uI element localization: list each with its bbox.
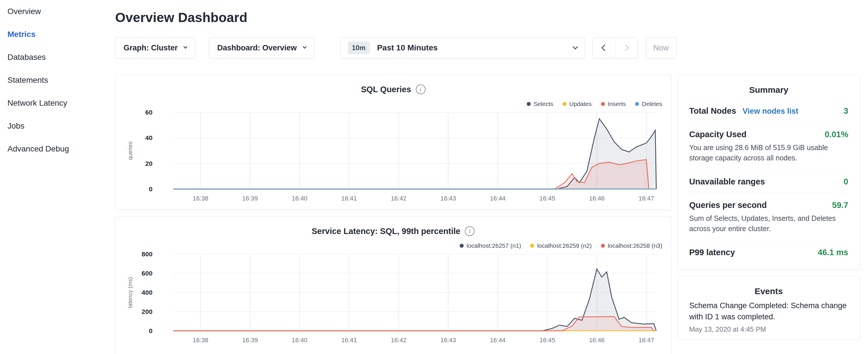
legend-item[interactable]: Selects [527,100,553,107]
info-icon[interactable]: i [465,226,474,236]
legend-item[interactable]: Deletes [635,100,662,107]
graph-selector[interactable]: Graph: Cluster [115,37,195,58]
legend-label: Deletes [642,100,662,107]
dashboard-body: SQL Queries i SelectsUpdatesInsertsDelet… [115,74,860,354]
dashboard-selector-label: Dashboard: Overview [217,43,297,53]
x-tick-label: 16:43 [440,336,456,344]
summary-label: Capacity Used [689,130,746,139]
sql-queries-chart: 020406016:3816:3916:4016:4116:4216:4316:… [124,108,662,203]
toolbar: Graph: Cluster Dashboard: Overview 10m P… [115,37,860,58]
time-window-selector[interactable]: 10m Past 10 Minutes [340,37,585,58]
time-step-buttons [592,37,638,58]
legend-dot-icon [601,244,605,248]
time-window-label: Past 10 Minutes [377,43,438,53]
legend-dot-icon [635,102,639,106]
x-tick-label: 16:43 [440,195,456,202]
summary-row-queries-per-second: Queries per second 59.7 Sum of Selects, … [689,193,848,240]
y-tick-label: 800 [142,250,152,258]
x-tick-label: 16:41 [341,336,357,344]
right-column: Summary Total Nodes View nodes list 3 Ca… [677,74,860,340]
dashboard-selector[interactable]: Dashboard: Overview [209,37,314,58]
y-axis-label: latency (ms) [127,277,133,308]
time-prev-button[interactable] [593,37,615,58]
now-button[interactable]: Now [646,37,677,58]
summary-row-total-nodes: Total Nodes View nodes list 3 [689,99,848,122]
info-icon[interactable]: i [416,85,426,94]
summary-description: You are using 28.6 MiB of 515.9 GiB usab… [689,142,848,163]
y-tick-label: 0 [149,185,152,193]
sidebar-item-metrics[interactable]: Metrics [7,23,115,46]
legend-label: Selects [534,100,553,107]
sidebar-item-network-latency[interactable]: Network Latency [7,92,115,115]
sidebar-item-databases[interactable]: Databases [7,46,115,69]
x-tick-label: 16:46 [589,336,604,344]
y-tick-label: 200 [142,308,152,315]
legend-label: Inserts [608,100,626,107]
legend-dot-icon [527,102,531,106]
x-tick-label: 16:38 [192,195,208,202]
chevron-left-icon [601,45,608,51]
y-tick-label: 20 [145,160,152,167]
x-tick-label: 16:39 [242,195,258,202]
legend-item[interactable]: localhost:26257 (n1) [460,242,521,249]
y-tick-label: 40 [145,134,152,141]
summary-value: 3 [844,106,848,116]
event-time: May 13, 2020 at 4:45 PM [689,325,848,333]
summary-value: 59.7 [832,200,848,210]
y-tick-label: 60 [145,108,152,116]
x-tick-label: 16:45 [539,195,555,202]
legend-item[interactable]: Inserts [601,100,626,107]
y-tick-label: 400 [142,289,152,296]
view-nodes-list-link[interactable]: View nodes list [743,107,798,116]
y-tick-label: 600 [142,269,152,277]
y-tick-label: 0 [149,327,152,334]
sidebar-item-statements[interactable]: Statements [7,69,115,92]
summary-label: P99 latency [689,248,735,257]
chart-header: Service Latency: SQL, 99th percentile i [124,226,662,236]
x-tick-label: 16:47 [639,195,654,202]
summary-value: 0.01% [825,130,848,139]
chevron-down-icon [303,45,307,49]
chart-legend: localhost:26257 (n1)localhost:26259 (n2)… [124,242,662,249]
summary-value: 0 [844,177,848,187]
service-latency-chart-panel: Service Latency: SQL, 99th percentile i … [115,216,671,354]
x-tick-label: 16:41 [341,195,357,202]
legend-item[interactable]: Updates [562,100,592,107]
legend-item[interactable]: localhost:26258 (n3) [601,242,662,249]
x-tick-label: 16:40 [292,195,308,202]
chevron-down-icon [183,45,187,49]
x-tick-label: 16:45 [539,336,555,344]
summary-label: Queries per second [689,200,767,210]
legend-item[interactable]: localhost:26259 (n2) [530,242,591,249]
sidebar-item-overview[interactable]: Overview [7,0,115,23]
graph-selector-label: Graph: Cluster [124,43,178,53]
sidebar-item-jobs[interactable]: Jobs [7,115,115,137]
y-axis-label: queries [127,141,133,160]
chevron-right-icon [622,45,629,51]
sidebar: Overview Metrics Databases Statements Ne… [0,0,115,354]
summary-row-unavailable-ranges: Unavailable ranges 0 [689,169,848,193]
series-area [174,317,654,331]
time-window-badge: 10m [348,41,370,54]
summary-row-capacity-used: Capacity Used 0.01% You are using 28.6 M… [689,122,848,169]
x-tick-label: 16:44 [490,195,506,202]
legend-label: Updates [569,100,592,107]
x-tick-label: 16:42 [391,336,407,344]
sidebar-item-advanced-debug[interactable]: Advanced Debug [7,137,115,160]
page-title: Overview Dashboard [115,10,860,25]
series-area [174,160,649,189]
legend-dot-icon [530,244,534,248]
legend-label: localhost:26259 (n2) [537,242,591,249]
summary-row-p99-latency: P99 latency 46.1 ms [689,240,848,263]
main-content: Overview Dashboard Graph: Cluster Dashbo… [115,0,868,354]
time-next-button[interactable] [615,37,638,58]
x-tick-label: 16:40 [292,336,308,344]
legend-label: localhost:26258 (n3) [608,242,662,249]
legend-label: localhost:26257 (n1) [467,242,521,249]
summary-panel: Summary Total Nodes View nodes list 3 Ca… [677,74,860,269]
events-title: Events [689,286,848,296]
legend-dot-icon [460,244,464,248]
events-panel: Events Schema Change Completed: Schema c… [677,276,860,340]
event-item[interactable]: Schema Change Completed: Schema change w… [689,300,848,333]
x-tick-label: 16:46 [589,195,604,202]
